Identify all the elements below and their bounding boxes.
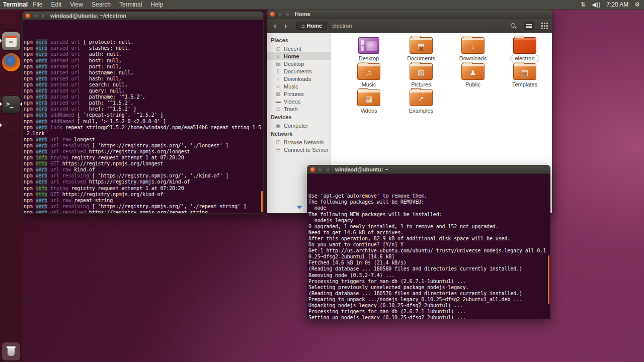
close-button[interactable]: [25, 13, 31, 19]
sidebar-item-connect-to-server[interactable]: ⊟Connect to Server: [267, 146, 331, 153]
terminal-line: Processing triggers for man-db (2.6.7.1-…: [308, 279, 550, 285]
sidebar-item-label: Connect to Server: [284, 147, 329, 153]
system-settings-icon: [2, 74, 20, 93]
videos-icon: ▬: [275, 99, 281, 104]
file-item-electron[interactable]: electron: [500, 36, 549, 62]
sidebar-scroll-chevron-icon[interactable]: [296, 206, 302, 209]
file-item-downloads[interactable]: ↓Downloads: [448, 36, 498, 62]
menu-item-file[interactable]: File: [33, 1, 42, 8]
sidebar-item-downloads[interactable]: ↓Downloads: [267, 75, 331, 82]
maximize-button[interactable]: [325, 167, 331, 172]
terminal-line: Use 'apt-get autoremove' to remove them.: [308, 193, 550, 199]
terminal2-titlebar[interactable]: windasd@ubuntu: ~: [307, 165, 550, 174]
file-item-label: Videos: [356, 107, 381, 115]
close-button[interactable]: [270, 12, 275, 17]
examples-emblem-icon: ↗: [410, 92, 432, 106]
terminal1-titlebar[interactable]: windasd@ubuntu: ~/electron: [22, 11, 264, 20]
terminal-line: node: [308, 205, 550, 211]
volume-icon[interactable]: ◀)): [592, 1, 600, 8]
terminal-line: npm verb url resolving [ 'https://regist…: [24, 204, 263, 210]
terminal-line: (Reading database ... 180576 files and d…: [308, 291, 550, 297]
network-arrows-icon[interactable]: ⇅: [581, 1, 586, 8]
file-manager-titlebar[interactable]: Home: [267, 9, 552, 19]
grid-view-icon[interactable]: [541, 22, 548, 29]
breadcrumb-home-label: Home: [307, 23, 323, 29]
menu-item-search[interactable]: Search: [92, 1, 111, 8]
terminal-line: Processing triggers for man-db (2.6.7.1-…: [308, 309, 550, 315]
breadcrumb-current[interactable]: electron: [327, 22, 357, 29]
minimize-button[interactable]: [33, 13, 38, 19]
sidebar-item-pictures[interactable]: ▨Pictures: [267, 90, 331, 98]
sidebar-item-trash[interactable]: ♺Trash: [267, 105, 331, 113]
sidebar-item-music[interactable]: ♫Music: [267, 82, 331, 90]
sidebar-item-home[interactable]: ⌂Home: [267, 52, 331, 60]
file-item-music[interactable]: ♫Music: [344, 62, 393, 88]
terminal-line: Need to get 14.6 kB of archives.: [308, 230, 550, 236]
terminal-line: npm verb parsed url host: null,: [24, 58, 263, 64]
terminal-line: nodejs-legacy: [308, 218, 550, 224]
folder-icon: ♫: [357, 62, 380, 80]
terminal-line: npm verb addNamed [ 'repeat-string', '^1…: [24, 112, 263, 118]
launcher-item-trash[interactable]: [0, 341, 22, 362]
close-button[interactable]: [310, 167, 315, 172]
sidebar-item-videos[interactable]: ▬Videos: [267, 98, 331, 105]
terminal-line: npm info trying registry request attempt…: [24, 155, 263, 161]
terminal1-scrollbar[interactable]: [261, 191, 263, 212]
home-icon: ⌂: [275, 53, 281, 59]
terminal-electron-window: windasd@ubuntu: ~/electron npm verb pars…: [22, 11, 264, 214]
trash-icon: ♺: [275, 106, 281, 112]
sidebar-item-recent[interactable]: ◷Recent: [267, 45, 331, 52]
toolbar-right-icons: [510, 22, 548, 30]
maximize-button[interactable]: [285, 12, 290, 17]
sidebar-item-computer[interactable]: ▣Computer: [267, 122, 331, 129]
maximize-button[interactable]: [40, 13, 46, 19]
terminal1-text-area[interactable]: npm verb parsed url { protocol: null,npm…: [22, 20, 264, 214]
breadcrumb-home-button[interactable]: ⌂Home: [296, 22, 327, 30]
minimize-button[interactable]: [317, 167, 323, 172]
list-view-icon[interactable]: [524, 22, 534, 30]
sidebar-item-documents[interactable]: ▯Documents: [267, 67, 331, 75]
file-item-public[interactable]: ♟Public: [448, 62, 498, 88]
sidebar-item-browse-network[interactable]: ◫Browse Network: [267, 138, 331, 146]
sidebar-item-desktop[interactable]: ▤Desktop: [267, 60, 331, 67]
file-item-pictures[interactable]: ▨Pictures: [396, 62, 446, 88]
minimize-button[interactable]: [277, 12, 283, 17]
session-gear-icon[interactable]: ⚙: [634, 1, 640, 8]
terminal-line: npm verb parsed url search: null,: [24, 82, 263, 88]
file-item-documents[interactable]: ▤Documents: [396, 36, 446, 62]
launcher-item-terminal[interactable]: [0, 94, 22, 115]
menu-item-help[interactable]: Help: [150, 1, 163, 8]
music-icon: ♫: [275, 83, 281, 89]
server-icon: ⊟: [275, 147, 281, 152]
terminal-line: Fetched 14.6 kB in 0s (21.4 kB/s): [308, 260, 550, 266]
launcher-item-firefox[interactable]: [0, 52, 22, 73]
menu-item-view[interactable]: View: [70, 1, 83, 8]
file-item-examples[interactable]: ↗Examples: [396, 88, 446, 115]
launcher-item-system-monitor[interactable]: [0, 115, 22, 136]
sidebar-item-label: Browse Network: [284, 139, 324, 145]
forward-button[interactable]: ›: [282, 22, 289, 30]
back-button[interactable]: ‹: [271, 22, 279, 30]
menu-item-terminal[interactable]: Terminal: [119, 1, 142, 8]
terminal-line: (Reading database ... 180580 files and d…: [308, 266, 550, 272]
terminal-line: npm info trying registry request attempt…: [24, 186, 263, 192]
file-item-templates[interactable]: ▤Templates: [500, 62, 549, 88]
launcher-item-system-settings[interactable]: [0, 73, 22, 94]
computer-icon: ▣: [275, 123, 281, 128]
launcher-item-ubuntu-dash[interactable]: [0, 10, 22, 31]
file-item-videos[interactable]: ▦Videos: [344, 88, 393, 115]
menu-item-edit[interactable]: Edit: [51, 1, 61, 8]
sidebar-item-label: Documents: [284, 68, 312, 74]
search-icon[interactable]: [510, 23, 517, 29]
terminal2-text-area[interactable]: Use 'apt-get autoremove' to remove them.…: [307, 174, 550, 319]
terminal2-scrollbar[interactable]: [548, 255, 549, 304]
terminal-line: npm verb url resolved https://registry.n…: [24, 179, 263, 185]
terminal-line: 0 upgraded, 1 newly installed, 1 to remo…: [308, 224, 550, 230]
launcher-item-files[interactable]: [0, 31, 22, 52]
window-title: Home: [295, 11, 310, 17]
file-item-desktop[interactable]: Desktop: [344, 36, 393, 62]
music-emblem-icon: ♫: [358, 66, 380, 79]
sidebar-item-label: Videos: [284, 99, 300, 105]
file-item-label: Public: [461, 81, 485, 88]
clock[interactable]: 7:20 AM: [606, 1, 628, 8]
